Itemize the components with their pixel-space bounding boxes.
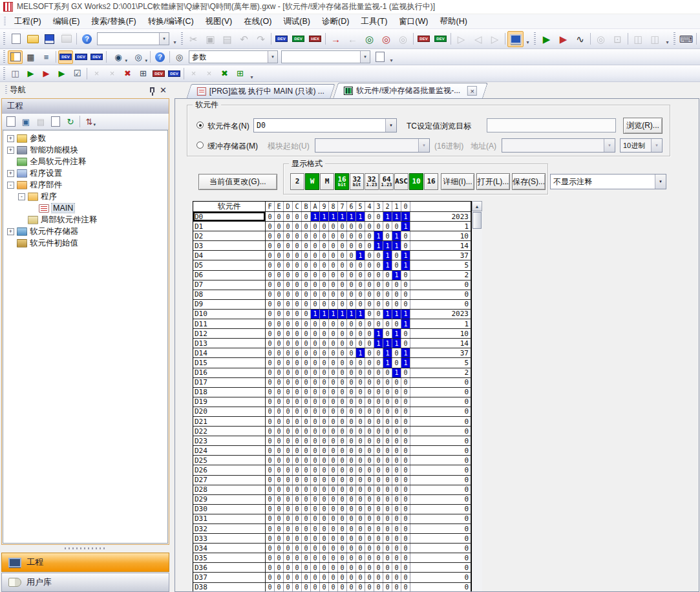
bit-cell[interactable]: 1 [320, 212, 329, 221]
statement-insert-icon[interactable]: ⊞ [136, 67, 151, 80]
bit-cell[interactable]: 0 [401, 583, 410, 592]
bit-cell[interactable]: 0 [275, 514, 284, 523]
value-cell[interactable]: 0 [410, 485, 471, 494]
bit-cell[interactable]: 0 [365, 358, 374, 367]
bit-cell[interactable]: 0 [383, 329, 392, 338]
bit-cell[interactable]: 0 [284, 358, 293, 367]
bit-cell[interactable]: 0 [284, 495, 293, 504]
bit-cell[interactable]: 0 [284, 397, 293, 407]
bit-cell[interactable]: 0 [365, 476, 374, 485]
bit-cell[interactable]: 0 [275, 348, 284, 357]
program-run-red-icon[interactable]: ▶ [39, 67, 54, 80]
bit-cell[interactable]: 0 [374, 212, 383, 221]
data-property-icon[interactable] [48, 115, 63, 128]
bit-cell[interactable]: 0 [329, 476, 338, 485]
note-delete-green-icon[interactable]: ✖ [217, 67, 232, 80]
bit-cell[interactable]: 0 [284, 280, 293, 290]
bit-cell[interactable]: 0 [293, 329, 302, 338]
device-cell[interactable]: D13 [193, 339, 266, 348]
tree-item-pou[interactable]: -程序部件 [3, 179, 167, 191]
bit-cell[interactable]: 0 [266, 495, 275, 504]
menu-edit[interactable]: 编辑(E) [47, 14, 86, 29]
bit-cell[interactable]: 0 [275, 397, 284, 407]
bit-cell[interactable]: 0 [320, 397, 329, 407]
bit-cell[interactable]: 0 [329, 251, 338, 260]
bit-cell[interactable]: 0 [374, 583, 383, 592]
bit-cell[interactable]: 0 [392, 465, 401, 474]
toolbar-overflow-icon[interactable]: ▾ [171, 32, 178, 45]
bit-cell[interactable]: 0 [338, 446, 347, 455]
bit-cell[interactable]: 0 [266, 465, 275, 474]
bit-cell[interactable]: 0 [347, 485, 356, 494]
bit-cell[interactable]: 0 [347, 329, 356, 338]
bit-cell[interactable]: 0 [383, 427, 392, 436]
bit-cell[interactable]: 0 [329, 495, 338, 504]
bit-cell[interactable]: 0 [311, 505, 320, 514]
panel-splitter[interactable] [0, 545, 171, 552]
bit-cell[interactable]: 0 [302, 563, 311, 572]
bit-cell[interactable]: 0 [293, 456, 302, 465]
bit-cell[interactable]: 0 [365, 339, 374, 348]
bit-cell[interactable]: 0 [401, 280, 410, 290]
value-cell[interactable]: 0 [410, 290, 471, 299]
user-library-button[interactable]: 用户库 [1, 573, 169, 592]
bit-cell[interactable]: 0 [320, 290, 329, 299]
format-real64-button[interactable]: 641.23 [379, 173, 394, 190]
bit-cell[interactable]: 0 [284, 553, 293, 562]
bit-cell[interactable]: 0 [401, 495, 410, 504]
bit-cell[interactable]: 1 [392, 368, 401, 377]
bit-cell[interactable]: 0 [320, 339, 329, 348]
bit-cell[interactable]: 0 [338, 231, 347, 240]
bit-cell[interactable]: 0 [275, 212, 284, 221]
bit-cell[interactable]: 1 [356, 348, 365, 357]
bit-cell[interactable]: 0 [374, 505, 383, 514]
statement-delete-icon[interactable]: ✖ [120, 67, 135, 80]
bit-cell[interactable]: 0 [347, 348, 356, 357]
bit-cell[interactable]: 0 [356, 407, 365, 416]
bit-cell[interactable]: 0 [284, 544, 293, 553]
bit-cell[interactable]: 0 [401, 407, 410, 416]
bit-cell[interactable]: 0 [311, 465, 320, 474]
bit-cell[interactable]: 0 [392, 514, 401, 523]
bit-cell[interactable]: 0 [338, 300, 347, 309]
bit-cell[interactable]: 0 [320, 505, 329, 514]
bit-cell[interactable]: 0 [302, 514, 311, 523]
device-cell[interactable]: D5 [193, 260, 266, 270]
bit-cell[interactable]: 0 [302, 388, 311, 397]
bit-cell[interactable]: 0 [302, 544, 311, 553]
bit-cell[interactable]: 0 [338, 495, 347, 504]
bit-cell[interactable]: 0 [266, 456, 275, 465]
bit-cell[interactable]: 0 [320, 319, 329, 328]
bit-cell[interactable]: 0 [401, 456, 410, 465]
bit-cell[interactable]: 0 [275, 524, 284, 533]
bit-cell[interactable]: 0 [356, 514, 365, 523]
bit-cell[interactable]: 1 [329, 212, 338, 221]
bit-cell[interactable]: 0 [266, 290, 275, 299]
toolbar-overflow-icon[interactable]: ▾ [524, 32, 531, 45]
bit-cell[interactable]: 0 [284, 417, 293, 426]
bit-cell[interactable]: 0 [302, 524, 311, 533]
bit-cell[interactable]: 0 [284, 260, 293, 270]
device-cell[interactable]: D25 [193, 456, 266, 465]
bit-cell[interactable]: 0 [302, 495, 311, 504]
cross-reference-icon[interactable]: ◎ [172, 50, 187, 64]
device-find-icon[interactable]: DEV [273, 31, 290, 47]
bit-cell[interactable]: 1 [374, 231, 383, 240]
bit-cell[interactable]: 0 [284, 427, 293, 436]
document-print-preview-icon[interactable] [372, 50, 387, 64]
bit-cell[interactable]: 0 [275, 378, 284, 387]
bit-cell[interactable]: 0 [338, 260, 347, 270]
bit-cell[interactable]: 1 [383, 251, 392, 260]
device-comment-search-icon[interactable]: DEV [58, 50, 73, 64]
device-cell[interactable]: D12 [193, 329, 266, 338]
bit-cell[interactable]: 0 [293, 417, 302, 426]
bit-cell[interactable]: 0 [383, 436, 392, 445]
bit-cell[interactable]: 0 [293, 368, 302, 377]
bit-cell[interactable]: 0 [347, 280, 356, 290]
bit-cell[interactable]: 0 [392, 456, 401, 465]
bit-cell[interactable]: 0 [338, 271, 347, 280]
bit-cell[interactable]: 0 [275, 260, 284, 270]
bit-cell[interactable]: 0 [383, 368, 392, 377]
device-cell[interactable]: D26 [193, 465, 266, 474]
bit-cell[interactable]: 0 [374, 573, 383, 582]
